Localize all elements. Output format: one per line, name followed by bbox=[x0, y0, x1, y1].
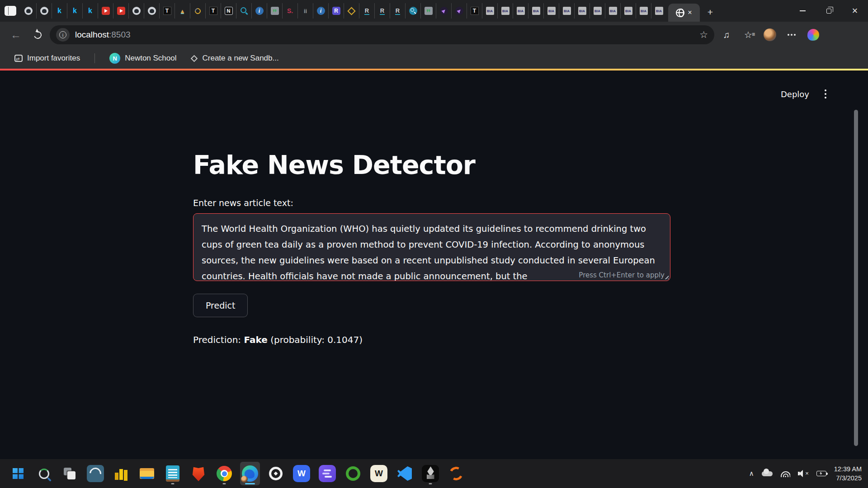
taskbar-edge-button[interactable] bbox=[240, 462, 260, 485]
resize-handle-icon[interactable] bbox=[664, 275, 669, 279]
tab-info[interactable] bbox=[251, 3, 267, 19]
close-tab-icon[interactable]: × bbox=[688, 9, 692, 16]
taskbar-wispr-cream-button[interactable] bbox=[369, 462, 389, 485]
site-info-button[interactable]: i bbox=[56, 28, 70, 42]
tab-bia[interactable] bbox=[528, 3, 543, 19]
url-text[interactable]: localhost:8503 bbox=[75, 30, 131, 40]
taskbar-wispr-blue-button[interactable] bbox=[292, 462, 311, 485]
tab-search-teal[interactable] bbox=[405, 3, 420, 19]
battery-icon[interactable] bbox=[816, 471, 826, 476]
tab-bia[interactable] bbox=[651, 3, 666, 19]
favorites-separator bbox=[94, 53, 95, 63]
bookmark-star-icon[interactable]: ☆ bbox=[699, 29, 708, 40]
taskbar-green-ring-button[interactable] bbox=[343, 462, 363, 485]
tab-r-purple[interactable] bbox=[328, 3, 344, 19]
tab-bia[interactable] bbox=[590, 3, 605, 19]
minimize-button[interactable] bbox=[789, 0, 816, 22]
prediction-result: Prediction: Fake (probability: 0.1047) bbox=[193, 334, 670, 345]
tab-bia[interactable] bbox=[543, 3, 559, 19]
tab-bia[interactable] bbox=[513, 3, 528, 19]
tab-t-grid[interactable] bbox=[467, 3, 482, 19]
bookmark-create-sandbox[interactable]: Create a new Sandb... bbox=[186, 52, 283, 65]
tab-github[interactable] bbox=[144, 3, 159, 19]
tab-quote[interactable] bbox=[420, 3, 436, 19]
tab-info[interactable] bbox=[313, 3, 328, 19]
tab-bia[interactable] bbox=[605, 3, 620, 19]
ctrl-enter-hint: Press Ctrl+Enter to apply bbox=[579, 271, 665, 279]
tab-scaler[interactable] bbox=[282, 3, 297, 19]
taskbar-power-bi-button[interactable] bbox=[111, 462, 131, 485]
news-text-area[interactable]: The World Health Organization (WHO) has … bbox=[193, 213, 670, 281]
tab-youtube[interactable] bbox=[98, 3, 113, 19]
deploy-button[interactable]: Deploy bbox=[781, 89, 809, 99]
profile-button[interactable] bbox=[760, 25, 779, 44]
tab-bia[interactable] bbox=[620, 3, 636, 19]
tab-github[interactable] bbox=[128, 3, 144, 19]
refresh-button[interactable] bbox=[28, 25, 47, 44]
page-scrollbar[interactable] bbox=[854, 110, 858, 446]
address-bar[interactable]: i localhost:8503 ☆ bbox=[50, 25, 714, 44]
tab-t-grid[interactable] bbox=[205, 3, 221, 19]
import-favorites-button[interactable]: Import favorites bbox=[10, 52, 85, 65]
tab-rocket[interactable] bbox=[436, 3, 451, 19]
media-control-button[interactable]: ♫ bbox=[717, 25, 736, 44]
taskbar-purple-notes-button[interactable] bbox=[317, 462, 337, 485]
taskbar-mysql-workbench-button[interactable] bbox=[85, 462, 105, 485]
close-window-button[interactable]: × bbox=[842, 0, 868, 22]
tab-r-underline[interactable] bbox=[359, 3, 374, 19]
favorites-hub-button[interactable]: ☆ bbox=[739, 25, 758, 44]
tab-bia[interactable] bbox=[559, 3, 574, 19]
taskbar-clock[interactable]: 12:39 AM 7/3/2025 bbox=[834, 465, 862, 483]
new-tab-button[interactable]: + bbox=[703, 5, 718, 20]
predict-button[interactable]: Predict bbox=[193, 294, 248, 317]
tab-bia[interactable] bbox=[574, 3, 590, 19]
wifi-icon[interactable] bbox=[780, 470, 790, 477]
hidden-icons-chevron-icon[interactable]: ∧ bbox=[749, 469, 754, 478]
taskbar-brave-button[interactable] bbox=[189, 462, 208, 485]
tab-kaggle[interactable] bbox=[52, 3, 67, 19]
tab-search[interactable] bbox=[236, 3, 251, 19]
settings-menu-button[interactable] bbox=[782, 25, 801, 44]
volume-muted-icon[interactable]: × bbox=[798, 470, 809, 477]
taskbar-notepad-button[interactable] bbox=[163, 462, 183, 485]
taskbar-cube-3d-button[interactable] bbox=[420, 462, 440, 485]
taskbar-chrome-button[interactable] bbox=[214, 462, 234, 485]
taskbar-orange-ring-button[interactable] bbox=[446, 462, 466, 485]
tab-kaggle[interactable] bbox=[67, 3, 82, 19]
tab-quote[interactable] bbox=[267, 3, 282, 19]
tab-cube-gold[interactable] bbox=[344, 3, 359, 19]
tab-pyramid[interactable] bbox=[175, 3, 190, 19]
bookmark-newton-school[interactable]: N Newton School bbox=[105, 51, 181, 66]
taskbar-file-explorer-button[interactable] bbox=[137, 462, 157, 485]
main-menu-button[interactable] bbox=[823, 88, 828, 100]
tab-r-underline[interactable] bbox=[390, 3, 405, 19]
tab-notion[interactable] bbox=[221, 3, 236, 19]
page-title: Fake News Detector bbox=[193, 150, 670, 180]
restore-button[interactable] bbox=[816, 0, 842, 22]
tab-gold-swirl[interactable] bbox=[190, 3, 205, 19]
taskbar-chatgpt-button[interactable] bbox=[266, 462, 286, 485]
taskbar-search-button[interactable] bbox=[34, 462, 54, 485]
taskbar-vscode-button[interactable] bbox=[395, 462, 415, 485]
tab-pause-ii[interactable] bbox=[297, 3, 313, 19]
active-tab[interactable]: × bbox=[668, 4, 700, 22]
back-button[interactable]: ← bbox=[6, 25, 25, 44]
taskbar-task-view-button[interactable] bbox=[60, 462, 80, 485]
purple-notes-icon bbox=[319, 465, 336, 482]
tab-bia[interactable] bbox=[482, 3, 497, 19]
tab-actions-button[interactable] bbox=[0, 0, 21, 22]
tab-t-grid[interactable] bbox=[159, 3, 175, 19]
power-bi-icon bbox=[112, 465, 130, 483]
tab-bia[interactable] bbox=[497, 3, 513, 19]
tab-rocket[interactable] bbox=[451, 3, 467, 19]
tab-github[interactable] bbox=[21, 3, 36, 19]
running-indicator bbox=[223, 483, 226, 484]
tab-r-underline[interactable] bbox=[374, 3, 390, 19]
tab-kaggle[interactable] bbox=[82, 3, 98, 19]
tab-github[interactable] bbox=[36, 3, 52, 19]
taskbar-start-button[interactable] bbox=[8, 462, 28, 485]
tab-youtube[interactable] bbox=[113, 3, 128, 19]
tab-bia[interactable] bbox=[636, 3, 651, 19]
copilot-button[interactable] bbox=[804, 25, 823, 44]
onedrive-cloud-icon[interactable] bbox=[762, 471, 773, 476]
